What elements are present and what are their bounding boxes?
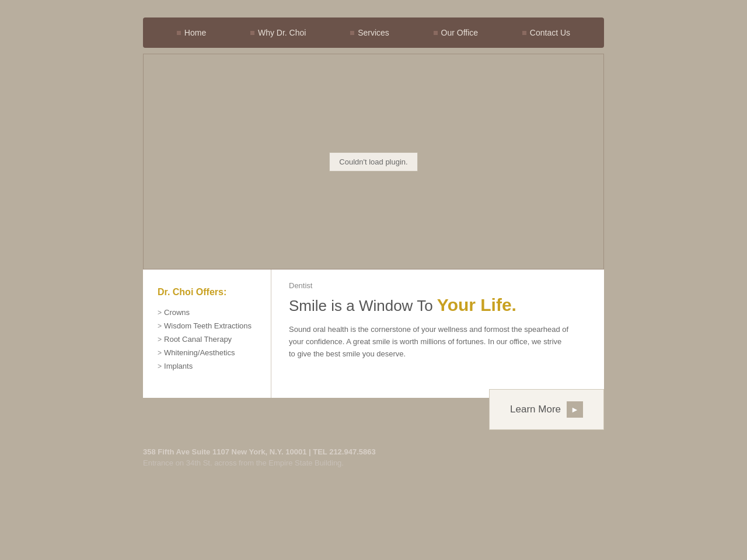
dentist-label: Dentist bbox=[289, 281, 587, 290]
list-arrow: > bbox=[158, 362, 162, 370]
list-item: > Implants bbox=[158, 362, 256, 370]
list-arrow: > bbox=[158, 322, 162, 330]
nav-services-label: Services bbox=[358, 28, 389, 37]
offers-panel: Dr. Choi Offers: > Crowns > Wisdom Teeth… bbox=[143, 270, 271, 398]
offers-list: > Crowns > Wisdom Teeth Extractions > Ro… bbox=[158, 308, 256, 370]
offer-implants: Implants bbox=[164, 362, 193, 370]
smile-heading-highlight: Your Life. bbox=[437, 295, 516, 314]
list-item: > Root Canal Therapy bbox=[158, 335, 256, 344]
list-item: > Wisdom Teeth Extractions bbox=[158, 321, 256, 330]
footer-note: Entrance on 34th St. across from the Emp… bbox=[143, 459, 604, 467]
nav-office-label: Our Office bbox=[441, 28, 479, 37]
nav-bullet-home bbox=[177, 31, 181, 35]
list-arrow: > bbox=[158, 349, 162, 357]
nav-home[interactable]: Home bbox=[177, 28, 206, 37]
nav-services[interactable]: Services bbox=[350, 28, 389, 37]
list-arrow: > bbox=[158, 335, 162, 344]
nav-contact-us[interactable]: Contact Us bbox=[522, 28, 570, 37]
footer-address: 358 Fifth Ave Suite 1107 New York, N.Y. … bbox=[143, 447, 604, 456]
nav-bullet-services bbox=[350, 31, 354, 35]
plugin-error-message: Couldn't load plugin. bbox=[329, 152, 417, 172]
offer-root-canal: Root Canal Therapy bbox=[164, 335, 232, 344]
footer: 358 Fifth Ave Suite 1107 New York, N.Y. … bbox=[143, 442, 604, 473]
list-arrow: > bbox=[158, 309, 162, 317]
nav-bullet-office bbox=[434, 31, 438, 35]
main-container: Couldn't load plugin. Dr. Choi Offers: >… bbox=[143, 54, 604, 398]
smile-heading-prefix: Smile is a Window To bbox=[289, 297, 433, 314]
nav-contact-label: Contact Us bbox=[530, 28, 570, 37]
offer-wisdom: Wisdom Teeth Extractions bbox=[164, 321, 252, 330]
plugin-area: Couldn't load plugin. bbox=[143, 54, 604, 270]
main-nav: Home Why Dr. Choi Services Our Office Co… bbox=[143, 18, 604, 48]
nav-why-label: Why Dr. Choi bbox=[258, 28, 306, 37]
learn-more-label: Learn More bbox=[510, 404, 561, 415]
smile-panel: Dentist Smile is a Window To Your Life. … bbox=[271, 270, 604, 398]
smile-heading: Smile is a Window To Your Life. bbox=[289, 295, 587, 316]
learn-more-button[interactable]: Learn More ► bbox=[510, 401, 583, 418]
list-item: > Whitening/Aesthetics bbox=[158, 348, 256, 357]
nav-home-label: Home bbox=[184, 28, 206, 37]
nav-our-office[interactable]: Our Office bbox=[434, 28, 479, 37]
list-item: > Crowns bbox=[158, 308, 256, 317]
learn-more-container: Learn More ► bbox=[489, 389, 604, 430]
nav-bullet-why bbox=[250, 31, 254, 35]
offer-crowns: Crowns bbox=[164, 308, 190, 317]
smile-body-text: Sound oral health is the cornerstone of … bbox=[289, 324, 569, 360]
bottom-section: Dr. Choi Offers: > Crowns > Wisdom Teeth… bbox=[143, 270, 604, 398]
nav-why-dr-choi[interactable]: Why Dr. Choi bbox=[250, 28, 306, 37]
offers-title: Dr. Choi Offers: bbox=[158, 287, 256, 298]
learn-more-arrow-icon: ► bbox=[567, 401, 583, 418]
plugin-error-text: Couldn't load plugin. bbox=[339, 158, 407, 166]
offer-whitening: Whitening/Aesthetics bbox=[164, 348, 235, 357]
nav-bullet-contact bbox=[522, 31, 526, 35]
